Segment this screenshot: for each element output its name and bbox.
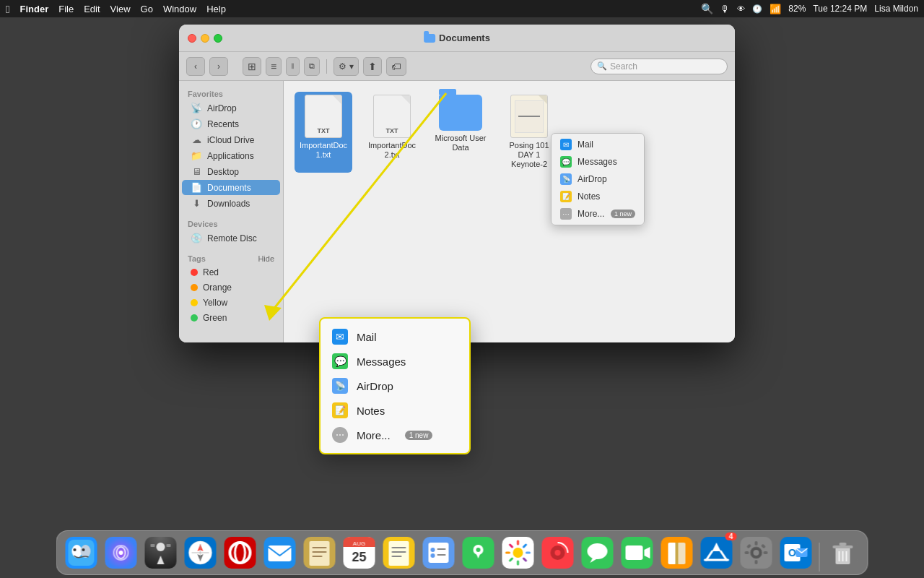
share-dropdown-more[interactable]: ⋯ More... 1 new bbox=[552, 205, 644, 223]
sidebar-item-documents[interactable]: 📄 Documents bbox=[182, 180, 280, 195]
icon-view-button[interactable]: ⊞ bbox=[243, 57, 261, 76]
share-dropdown-notes[interactable]: 📝 Notes bbox=[552, 188, 644, 205]
sidebar-tag-orange[interactable]: Orange bbox=[182, 280, 280, 295]
share-popup-more[interactable]: ⋯ More... 1 new bbox=[321, 423, 469, 447]
forward-button[interactable]: › bbox=[209, 57, 228, 76]
dock-siri[interactable]: Siri bbox=[103, 534, 140, 571]
menubar-wifi[interactable]: 📶 bbox=[770, 4, 781, 14]
menubar-time-machine[interactable]: 🕐 bbox=[752, 4, 762, 14]
app-name[interactable]: Finder bbox=[19, 4, 48, 14]
dock-app-store[interactable]: 4 App Store bbox=[698, 534, 736, 571]
dock-opera[interactable]: Opera bbox=[222, 534, 259, 571]
svg-rect-27 bbox=[269, 545, 292, 561]
menu-window[interactable]: Window bbox=[163, 4, 196, 14]
menu-go[interactable]: Go bbox=[141, 4, 153, 14]
file-item-doc1[interactable]: TXT ImportantDoc1.txt bbox=[295, 92, 352, 173]
share-popup-mail[interactable]: ✉ Mail bbox=[321, 324, 469, 349]
dock-calendar[interactable]: 25 AUG Calendar bbox=[341, 534, 378, 571]
dock-facetime[interactable]: FaceTime bbox=[619, 534, 656, 571]
dock-separator bbox=[819, 543, 820, 571]
share-popup-notes[interactable]: 📝 Notes bbox=[321, 398, 469, 423]
notes-icon bbox=[383, 537, 415, 569]
sidebar-tag-green[interactable]: Green bbox=[182, 311, 280, 325]
dock-notefile[interactable]: Notefile bbox=[301, 534, 339, 571]
sidebar-item-downloads[interactable]: ⬇ Downloads bbox=[182, 196, 280, 211]
dock-maps[interactable]: Maps bbox=[460, 534, 497, 571]
close-button[interactable] bbox=[188, 34, 196, 43]
file-item-keynote[interactable]: Posing 101 DAY 1 Keynote-2 bbox=[500, 92, 558, 173]
file-name-ms: Microsoft User Data bbox=[435, 134, 487, 152]
minimize-button[interactable] bbox=[201, 34, 209, 43]
title-folder-icon bbox=[424, 34, 435, 43]
search-bar[interactable]: 🔍 Search bbox=[590, 59, 728, 74]
dock-reminders[interactable]: Reminders bbox=[420, 534, 458, 571]
gallery-view-button[interactable]: ⧉ bbox=[304, 57, 320, 76]
notes-popup-icon: 📝 bbox=[332, 402, 348, 418]
dock-notes[interactable]: Notes bbox=[380, 534, 418, 571]
svg-point-65 bbox=[555, 550, 561, 556]
menu-view[interactable]: View bbox=[110, 4, 131, 14]
file-item-ms-folder[interactable]: Microsoft User Data bbox=[432, 92, 489, 173]
svg-rect-31 bbox=[313, 551, 327, 553]
menubar-user[interactable]: Lisa Mildon bbox=[874, 4, 918, 14]
column-view-button[interactable]: ⫴ bbox=[286, 57, 300, 76]
svg-point-54 bbox=[513, 548, 523, 558]
dock-outlook[interactable]: O Outlook bbox=[777, 534, 815, 571]
dock-trash[interactable]: Trash bbox=[824, 534, 862, 571]
dock-music[interactable]: Music bbox=[539, 534, 577, 571]
sidebar-item-airdrop[interactable]: 📡 AirDrop bbox=[182, 100, 280, 116]
share-button[interactable]: ⬆ bbox=[363, 57, 382, 76]
svg-point-52 bbox=[476, 548, 481, 552]
svg-point-47 bbox=[431, 553, 435, 558]
sidebar-item-remote-disc[interactable]: 💿 Remote Disc bbox=[182, 230, 280, 246]
dock-mail[interactable]: Mail bbox=[261, 534, 299, 571]
arrange-button[interactable]: ⚙ ▾ bbox=[334, 57, 358, 76]
dock-messages[interactable]: Messages bbox=[579, 534, 616, 571]
sidebar-item-applications[interactable]: 📁 Applications bbox=[182, 148, 280, 163]
sidebar-item-icloud[interactable]: ☁ iCloud Drive bbox=[182, 132, 280, 147]
documents-icon: 📄 bbox=[191, 182, 202, 193]
share-dropdown-messages[interactable]: 💬 Messages bbox=[552, 153, 644, 171]
svg-rect-40 bbox=[392, 547, 406, 548]
svg-rect-70 bbox=[626, 545, 643, 560]
share-popup-messages[interactable]: 💬 Messages bbox=[321, 349, 469, 374]
dock-books[interactable]: Books bbox=[658, 534, 696, 571]
menubar-spotlight[interactable]: 🔍 bbox=[701, 3, 713, 14]
svg-point-6 bbox=[74, 548, 77, 551]
dock-safari[interactable]: Safari bbox=[182, 534, 219, 571]
list-view-button[interactable]: ≡ bbox=[266, 57, 282, 76]
share-dropdown-airdrop[interactable]: 📡 AirDrop bbox=[552, 171, 644, 188]
share-dropdown-mail[interactable]: ✉ Mail bbox=[552, 136, 644, 153]
menubar-screen-time[interactable]: 👁 bbox=[737, 4, 745, 13]
maximize-button[interactable] bbox=[214, 34, 222, 43]
dock-launchpad[interactable]: Launchpad bbox=[142, 534, 180, 571]
svg-rect-39 bbox=[389, 541, 409, 566]
menu-help[interactable]: Help bbox=[206, 4, 226, 14]
mail-popup-icon: ✉ bbox=[332, 329, 348, 345]
sidebar-item-desktop[interactable]: 🖥 Desktop bbox=[182, 164, 280, 179]
sidebar-favorites-title: Favorites bbox=[179, 87, 283, 100]
sidebar: Favorites 📡 AirDrop 🕐 Recents ☁ iCloud D… bbox=[179, 81, 284, 342]
menubar-battery[interactable]: 82% bbox=[788, 4, 806, 14]
dock-photos[interactable]: Photos bbox=[500, 534, 537, 571]
tags-hide-button[interactable]: Hide bbox=[258, 254, 274, 263]
back-button[interactable]: ‹ bbox=[186, 57, 205, 76]
sidebar-icloud-label: iCloud Drive bbox=[207, 135, 254, 145]
apple-menu[interactable]:  bbox=[6, 3, 9, 15]
tag-button[interactable]: 🏷 bbox=[386, 57, 406, 76]
menubar-siri[interactable]: 🎙 bbox=[720, 4, 730, 14]
svg-line-60 bbox=[524, 558, 526, 561]
sidebar-item-recents[interactable]: 🕐 Recents bbox=[182, 116, 280, 131]
menu-edit[interactable]: Edit bbox=[84, 4, 100, 14]
airdrop-popup-icon: 📡 bbox=[332, 378, 348, 394]
mail-icon: ✉ bbox=[560, 139, 572, 150]
sidebar-tag-red[interactable]: Red bbox=[182, 265, 280, 280]
menu-file[interactable]: File bbox=[58, 4, 74, 14]
dock-system-prefs[interactable]: System Preferences bbox=[738, 534, 775, 571]
share-popup-airdrop[interactable]: 📡 AirDrop bbox=[321, 374, 469, 398]
dock-finder[interactable]: Finder bbox=[63, 534, 100, 571]
file-item-doc2[interactable]: TXT ImportantDoc2.txt bbox=[363, 92, 421, 173]
notefile-icon bbox=[304, 537, 336, 569]
svg-point-11 bbox=[119, 551, 123, 555]
sidebar-tag-yellow[interactable]: Yellow bbox=[182, 296, 280, 310]
